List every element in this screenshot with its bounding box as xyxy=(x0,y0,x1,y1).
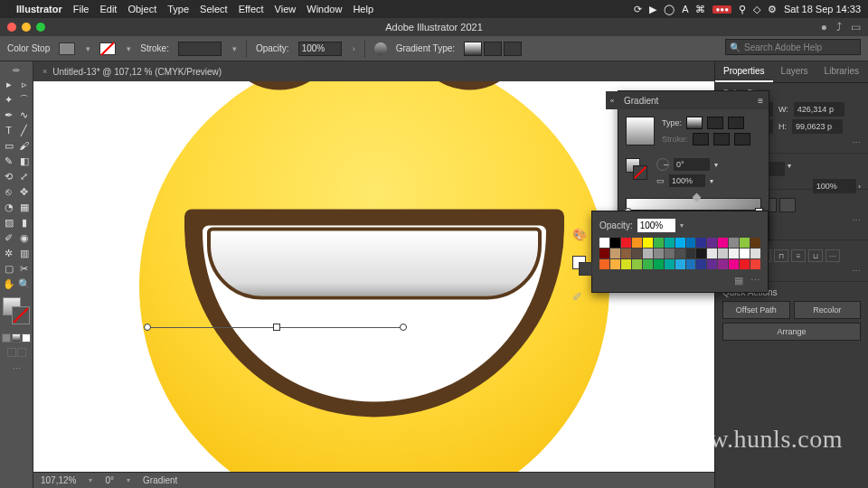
menu-view[interactable]: View xyxy=(275,4,297,14)
swatch[interactable] xyxy=(621,238,631,248)
toolbox-grip-icon[interactable]: ◂▸ xyxy=(12,65,21,74)
swatch[interactable] xyxy=(718,259,728,269)
swatch[interactable] xyxy=(740,259,750,269)
stop-opacity-input[interactable]: 100% xyxy=(637,219,675,232)
zoom-tool[interactable]: 🔍 xyxy=(17,277,32,291)
menu-effect[interactable]: Effect xyxy=(239,4,264,14)
swatch[interactable] xyxy=(654,259,664,269)
swatch[interactable] xyxy=(643,249,653,258)
menu-help[interactable]: Help xyxy=(353,4,373,14)
swatches-popover[interactable]: 🎨 ✐ Opacity: 100% ▾ ▦ ⋯ xyxy=(591,211,769,293)
color-mixer-icon[interactable]: 🎨 xyxy=(572,228,592,241)
menu-type[interactable]: Type xyxy=(167,4,189,14)
opacity-input[interactable]: 100% xyxy=(298,42,342,56)
swatch[interactable] xyxy=(740,249,750,258)
fill-stroke-control[interactable] xyxy=(3,297,30,324)
gradient-type-radial[interactable] xyxy=(484,42,502,56)
lasso-tool[interactable]: ⌒ xyxy=(17,92,32,107)
shape-builder-tool[interactable]: ◔ xyxy=(2,200,16,214)
magic-wand-tool[interactable]: ✦ xyxy=(2,92,16,107)
hand-tool[interactable]: ✋ xyxy=(2,277,16,291)
zoom-level[interactable]: 107,12% xyxy=(41,475,76,485)
swatch[interactable] xyxy=(632,249,642,258)
swatch[interactable] xyxy=(665,259,675,269)
close-window-button[interactable] xyxy=(7,23,16,32)
tab-libraries[interactable]: Libraries xyxy=(816,61,867,82)
swatch[interactable] xyxy=(718,238,728,248)
slice-tool[interactable]: ✂ xyxy=(17,261,32,276)
gradient-tool[interactable]: ▮ xyxy=(17,215,32,230)
swatch[interactable] xyxy=(643,238,653,248)
gradient-type-linear[interactable] xyxy=(464,42,482,56)
chevron-down-icon[interactable]: ▾ xyxy=(127,44,131,53)
gradient-type-freeform[interactable] xyxy=(728,117,744,129)
gradient-fill-stroke-toggle[interactable] xyxy=(626,158,647,180)
eyedropper-tool[interactable]: ✐ xyxy=(2,230,16,245)
chevron-right-icon[interactable]: › xyxy=(353,44,355,53)
angle-dial[interactable] xyxy=(656,158,669,171)
gradient-preview[interactable] xyxy=(626,117,655,145)
artboard-tool[interactable]: ▢ xyxy=(2,261,16,276)
gradient-type-freeform[interactable] xyxy=(504,42,522,56)
h-value-field[interactable]: 99,0623 p xyxy=(792,119,843,134)
swatch[interactable] xyxy=(729,259,739,269)
swatch[interactable] xyxy=(686,259,696,269)
help-search-input[interactable]: 🔍 Search Adobe Help xyxy=(725,39,861,55)
align-top[interactable]: ⊓ xyxy=(774,249,788,262)
arrange-button[interactable]: Arrange xyxy=(722,323,861,341)
swatch[interactable] xyxy=(654,238,664,248)
fill-swatch[interactable] xyxy=(59,42,75,55)
gradient-end-handle[interactable] xyxy=(400,324,407,331)
swatch[interactable] xyxy=(750,238,760,248)
align-more[interactable]: ⋯ xyxy=(826,249,840,262)
swatch[interactable] xyxy=(696,238,706,248)
stroke-weight-input[interactable] xyxy=(178,42,222,56)
menu-edit[interactable]: Edit xyxy=(99,4,117,14)
mesh-tool[interactable]: ▨ xyxy=(2,215,16,230)
pathfinder-btn[interactable] xyxy=(779,198,796,212)
swatch[interactable] xyxy=(610,249,620,258)
swatch[interactable] xyxy=(696,259,706,269)
chevron-down-icon[interactable]: ▾ xyxy=(86,44,90,53)
swatch[interactable] xyxy=(675,238,685,248)
swatch[interactable] xyxy=(665,249,675,258)
swatch[interactable] xyxy=(610,259,620,269)
gradient-slider[interactable] xyxy=(626,198,761,211)
offset-path-button[interactable]: Offset Path xyxy=(722,301,790,319)
menu-window[interactable]: Window xyxy=(307,4,342,14)
swatch[interactable] xyxy=(729,249,739,258)
line-tool[interactable]: ╱ xyxy=(17,123,32,137)
tab-properties[interactable]: Properties xyxy=(715,61,773,82)
rotate-tool[interactable]: ⟲ xyxy=(2,169,16,183)
rotate-view[interactable]: 0° xyxy=(105,475,114,485)
swatch[interactable] xyxy=(729,238,739,248)
swatch[interactable] xyxy=(665,238,675,248)
shaper-tool[interactable]: ✎ xyxy=(2,154,16,168)
swatch[interactable] xyxy=(599,249,609,258)
curvature-tool[interactable]: ∿ xyxy=(17,108,32,122)
status-icon[interactable]: ⟳ xyxy=(634,4,642,15)
width-tool[interactable]: ⎋ xyxy=(2,184,16,199)
screen-mode-buttons[interactable] xyxy=(7,348,26,357)
minimize-window-button[interactable] xyxy=(22,23,31,32)
swatch[interactable] xyxy=(707,259,717,269)
status-icon[interactable]: ◯ xyxy=(664,4,675,15)
wifi-icon[interactable]: ◇ xyxy=(753,4,760,15)
align-bottom[interactable]: ⊔ xyxy=(808,249,823,262)
swatch[interactable] xyxy=(718,249,728,258)
status-icon[interactable]: ▶ xyxy=(649,4,656,15)
scale-tool[interactable]: ⤢ xyxy=(17,169,32,183)
swatch[interactable] xyxy=(696,249,706,258)
menubar-appname[interactable]: Illustrator xyxy=(16,4,62,14)
color-mode-buttons[interactable] xyxy=(2,333,31,343)
swatch[interactable] xyxy=(632,259,642,269)
selection-tool[interactable]: ▸ xyxy=(2,77,16,91)
close-tab-icon[interactable]: × xyxy=(42,67,47,76)
arrange-icon[interactable]: ▭ xyxy=(851,21,861,33)
swatch[interactable] xyxy=(686,249,696,258)
graph-tool[interactable]: ▥ xyxy=(17,246,32,260)
control-center-icon[interactable]: ⚙ xyxy=(768,4,777,15)
swatch[interactable] xyxy=(750,259,760,269)
eraser-tool[interactable]: ◧ xyxy=(17,154,32,168)
recolor-button[interactable]: Recolor xyxy=(794,301,862,319)
